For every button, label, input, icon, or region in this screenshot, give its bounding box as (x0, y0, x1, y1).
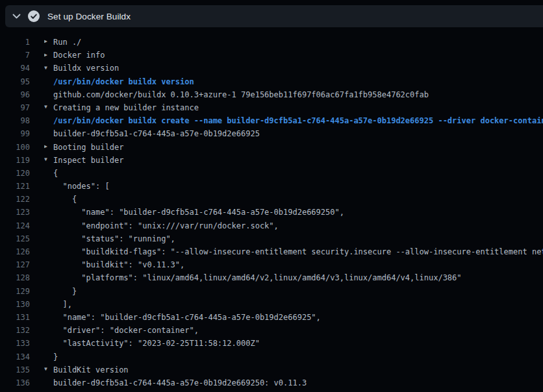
log-output-text: } (44, 285, 543, 298)
log-row: 97▼Creating a new builder instance (0, 101, 543, 114)
log-group-toggle[interactable]: ▶Docker info (44, 49, 543, 62)
group-label: Run ./ (53, 38, 81, 47)
group-label: Inspect builder (53, 156, 123, 165)
line-number[interactable]: 126 (0, 245, 30, 258)
step-title: Set up Docker Buildx (47, 12, 131, 21)
line-number[interactable]: 97 (0, 101, 30, 114)
log-group-toggle[interactable]: ▼Inspect builder (44, 154, 543, 167)
log-output-text: builder-d9cfb5a1-c764-445a-a57e-0b19d2e6… (44, 127, 543, 140)
line-number[interactable]: 98 (0, 114, 30, 127)
log-group-toggle[interactable]: ▼BuildKit version (44, 363, 543, 376)
log-row: 129 } (0, 285, 543, 298)
log-group-toggle[interactable]: ▼Creating a new builder instance (44, 101, 543, 114)
log-output-text: builder-d9cfb5a1-c764-445a-a57e-0b19d2e6… (44, 376, 543, 389)
log-output-text: github.com/docker/buildx 0.10.3+azure-1 … (44, 88, 543, 101)
caret-down-icon: ▼ (44, 154, 53, 167)
line-number[interactable]: 95 (0, 75, 30, 88)
log-row: 1▶Run ./ (0, 36, 543, 49)
log-row: 122 { (0, 193, 543, 206)
log-output-text: "buildkitd-flags": "--allow-insecure-ent… (44, 245, 543, 258)
line-number[interactable]: 127 (0, 258, 30, 271)
caret-down-icon: ▼ (44, 363, 53, 376)
log-output-text: ], (44, 298, 543, 311)
log-row: 136builder-d9cfb5a1-c764-445a-a57e-0b19d… (0, 376, 543, 389)
line-number[interactable]: 131 (0, 311, 30, 324)
log-row: 95/usr/bin/docker buildx version (0, 75, 543, 88)
log-command-text: /usr/bin/docker buildx version (44, 75, 543, 88)
log-output-text: "status": "running", (44, 232, 543, 245)
log-output-text: "buildkit": "v0.11.3", (44, 258, 543, 271)
log-row: 134} (0, 350, 543, 363)
line-number[interactable]: 134 (0, 350, 30, 363)
line-number[interactable]: 96 (0, 88, 30, 101)
line-number[interactable]: 122 (0, 193, 30, 206)
log-output-text: "platforms": "linux/amd64,linux/amd64/v2… (44, 271, 543, 284)
log-row: 133 "lastActivity": "2023-02-25T11:58:12… (0, 337, 543, 350)
log-output-text: "nodes": [ (44, 180, 543, 193)
chevron-down-icon[interactable] (12, 12, 21, 21)
line-number[interactable]: 119 (0, 154, 30, 167)
line-number[interactable]: 130 (0, 298, 30, 311)
log-row: 100▶Booting builder (0, 141, 543, 154)
line-number[interactable]: 120 (0, 167, 30, 180)
log-row: 124 "endpoint": "unix:///var/run/docker.… (0, 219, 543, 232)
log-row: 120{ (0, 167, 543, 180)
log-row: 119▼Inspect builder (0, 154, 543, 167)
step-header[interactable]: Set up Docker Buildx (5, 5, 543, 27)
log-rows: 1▶Run ./7▶Docker info94▼Buildx version95… (0, 36, 543, 389)
caret-right-icon: ▶ (44, 49, 53, 62)
log-output-text: "name": "builder-d9cfb5a1-c764-445a-a57e… (44, 206, 543, 219)
line-number[interactable]: 100 (0, 141, 30, 154)
group-label: Buildx version (53, 64, 119, 73)
log-output-text: "driver": "docker-container", (44, 324, 543, 337)
line-number[interactable]: 125 (0, 232, 30, 245)
caret-down-icon: ▼ (44, 62, 53, 75)
line-number[interactable]: 136 (0, 376, 30, 389)
log-row: 98/usr/bin/docker buildx create --name b… (0, 114, 543, 127)
group-label: Booting builder (53, 143, 123, 152)
log-row: 132 "driver": "docker-container", (0, 324, 543, 337)
log-group-toggle[interactable]: ▶Run ./ (44, 36, 543, 49)
log-row: 135▼BuildKit version (0, 363, 543, 376)
group-label: BuildKit version (53, 365, 129, 374)
line-number[interactable]: 129 (0, 285, 30, 298)
group-label: Creating a new builder instance (53, 103, 199, 112)
line-number[interactable]: 133 (0, 337, 30, 350)
log-row: 94▼Buildx version (0, 62, 543, 75)
log-row: 123 "name": "builder-d9cfb5a1-c764-445a-… (0, 206, 543, 219)
log-row: 121 "nodes": [ (0, 180, 543, 193)
log-group-toggle[interactable]: ▼Buildx version (44, 62, 543, 75)
line-number[interactable]: 7 (0, 49, 30, 62)
line-number[interactable]: 132 (0, 324, 30, 337)
caret-right-icon: ▶ (44, 141, 53, 154)
log-output-text: "name": "builder-d9cfb5a1-c764-445a-a57e… (44, 311, 543, 324)
log-output-text: { (44, 193, 543, 206)
check-circle-icon (28, 10, 40, 22)
log-row: 127 "buildkit": "v0.11.3", (0, 258, 543, 271)
line-number[interactable]: 1 (0, 36, 30, 49)
log-output-text: } (44, 350, 543, 363)
log-row: 96github.com/docker/buildx 0.10.3+azure-… (0, 88, 543, 101)
log-row: 125 "status": "running", (0, 232, 543, 245)
group-label: Docker info (53, 51, 105, 60)
line-number[interactable]: 123 (0, 206, 30, 219)
caret-right-icon: ▶ (44, 36, 53, 49)
log-command-text: /usr/bin/docker buildx create --name bui… (44, 114, 543, 127)
log-row: 130 ], (0, 298, 543, 311)
line-number[interactable]: 135 (0, 363, 30, 376)
log-output-text: "lastActivity": "2023-02-25T11:58:12.000… (44, 337, 543, 350)
caret-down-icon: ▼ (44, 101, 53, 114)
line-number[interactable]: 94 (0, 62, 30, 75)
line-number[interactable]: 121 (0, 180, 30, 193)
log-row: 7▶Docker info (0, 49, 543, 62)
log-output-text: "endpoint": "unix:///var/run/docker.sock… (44, 219, 543, 232)
line-number[interactable]: 128 (0, 271, 30, 284)
log-row: 128 "platforms": "linux/amd64,linux/amd6… (0, 271, 543, 284)
line-number[interactable]: 124 (0, 219, 30, 232)
log-row: 99builder-d9cfb5a1-c764-445a-a57e-0b19d2… (0, 127, 543, 140)
line-number[interactable]: 99 (0, 127, 30, 140)
log-output-text: { (44, 167, 543, 180)
log-group-toggle[interactable]: ▶Booting builder (44, 141, 543, 154)
log-row: 131 "name": "builder-d9cfb5a1-c764-445a-… (0, 311, 543, 324)
log-row: 126 "buildkitd-flags": "--allow-insecure… (0, 245, 543, 258)
